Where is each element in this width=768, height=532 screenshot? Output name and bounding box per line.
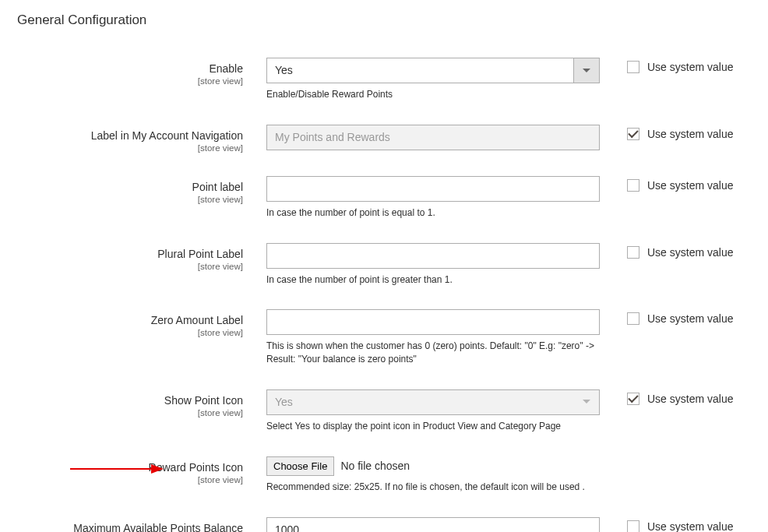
field-reward-points-icon: Reward Points Icon [store view] Choose F… — [0, 456, 768, 494]
field-point-label: Point label [store view] In case the num… — [0, 176, 768, 220]
reward-points-icon-scope: [store view] — [0, 475, 243, 484]
use-system-label: Use system value — [647, 520, 733, 532]
chevron-down-icon — [573, 58, 599, 83]
max-points-balance-label: Maximum Available Points Balance — [0, 522, 243, 532]
zero-amount-label-input[interactable] — [266, 309, 600, 335]
field-zero-amount-label: Zero Amount Label [store view] This is s… — [0, 309, 768, 366]
max-points-use-system-checkbox[interactable] — [627, 520, 639, 532]
plural-point-label-note: In case the number of point is greater t… — [266, 273, 600, 287]
plural-point-label-label: Plural Point Label — [0, 248, 243, 260]
use-system-label: Use system value — [647, 128, 733, 140]
show-point-icon-value: Yes — [267, 390, 573, 414]
point-label-scope: [store view] — [0, 195, 243, 204]
plural-point-scope: [store view] — [0, 262, 243, 271]
point-label-label: Point label — [0, 181, 243, 193]
use-system-label: Use system value — [647, 312, 733, 325]
use-system-label: Use system value — [647, 246, 733, 259]
zero-amount-use-system-checkbox[interactable] — [627, 312, 639, 325]
plural-point-label-input[interactable] — [266, 243, 600, 269]
enable-label: Enable — [0, 62, 243, 75]
field-account-nav-label: Label in My Account Navigation [store vi… — [0, 125, 768, 153]
account-nav-label-input — [266, 125, 600, 150]
point-label-note: In case the number of point is equal to … — [266, 206, 600, 220]
use-system-label: Use system value — [647, 61, 733, 73]
enable-scope: [store view] — [0, 76, 243, 86]
field-show-point-icon: Show Point Icon [store view] Yes Select … — [0, 389, 768, 433]
show-point-icon-select: Yes — [266, 389, 600, 415]
field-plural-point-label: Plural Point Label [store view] In case … — [0, 243, 768, 287]
enable-note: Enable/Disable Reward Points — [266, 88, 600, 101]
account-nav-label-label: Label in My Account Navigation — [0, 129, 243, 142]
use-system-label: Use system value — [647, 393, 733, 405]
max-points-balance-input[interactable] — [266, 517, 600, 532]
show-point-icon-scope: [store view] — [0, 408, 243, 417]
zero-amount-scope: [store view] — [0, 328, 243, 337]
account-nav-scope: [store view] — [0, 143, 243, 153]
enable-use-system-checkbox[interactable] — [627, 61, 639, 73]
enable-select[interactable]: Yes — [266, 58, 600, 83]
choose-file-button[interactable]: Choose File — [266, 456, 334, 476]
show-point-icon-use-system-checkbox[interactable] — [627, 393, 639, 405]
use-system-label: Use system value — [647, 179, 733, 192]
point-label-use-system-checkbox[interactable] — [627, 179, 639, 192]
section-title: General Configuration — [0, 12, 768, 34]
enable-select-value: Yes — [267, 58, 573, 83]
chevron-down-icon — [573, 390, 599, 414]
zero-amount-label-label: Zero Amount Label — [0, 314, 243, 326]
show-point-icon-label: Show Point Icon — [0, 394, 243, 407]
point-label-input[interactable] — [266, 176, 600, 202]
field-max-points-balance: Maximum Available Points Balance [store … — [0, 517, 768, 532]
field-enable: Enable [store view] Yes Enable/Disable R… — [0, 58, 768, 101]
zero-amount-label-note: This is shown when the customer has 0 (z… — [266, 340, 600, 366]
reward-points-icon-label: Reward Points Icon — [0, 461, 243, 474]
plural-point-use-system-checkbox[interactable] — [627, 246, 639, 259]
reward-points-icon-note: Recommended size: 25x25. If no file is c… — [266, 481, 600, 494]
show-point-icon-note: Select Yes to display the point icon in … — [266, 420, 600, 433]
account-nav-use-system-checkbox[interactable] — [627, 128, 639, 140]
file-status-text: No file chosen — [340, 460, 410, 472]
